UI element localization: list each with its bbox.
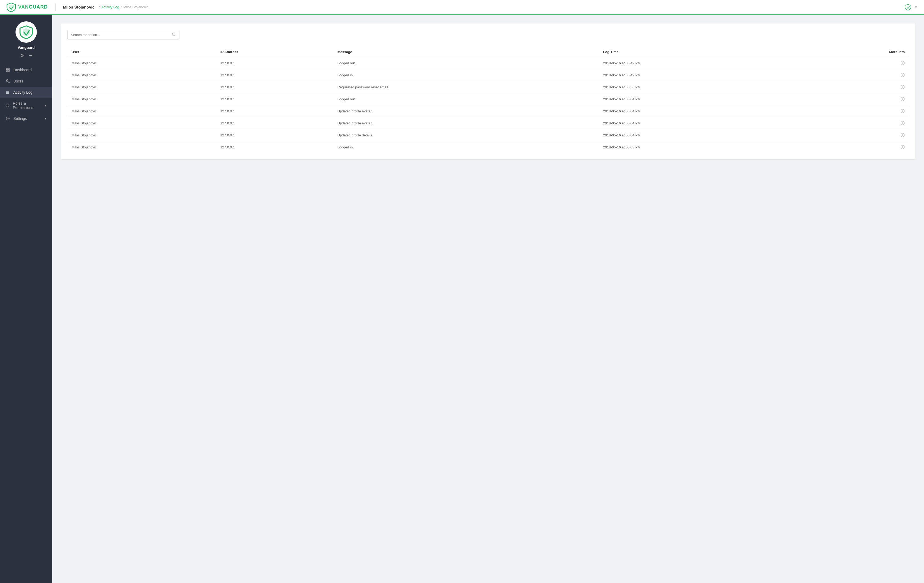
table-row: Milos Stojanovic 127.0.0.1 Updated profi… [67,105,909,117]
sidebar: Vanguard ⚙ ➜ Dashboard Users [0,15,52,583]
svg-rect-3 [8,70,9,72]
svg-rect-1 [8,68,9,70]
avatar-icon [19,25,33,39]
top-nav-shield-icon[interactable] [904,3,912,12]
table-row: Milos Stojanovic 127.0.0.1 Requested pas… [67,81,909,93]
table-body: Milos Stojanovic 127.0.0.1 Logged out. 2… [67,57,909,153]
svg-rect-2 [6,70,7,72]
table-header-row: User IP Address Message Log Time More In… [67,47,909,57]
dashboard-icon [5,68,10,72]
info-icon-7[interactable] [807,145,905,149]
search-icon[interactable] [172,32,176,37]
search-bar[interactable] [67,30,180,40]
cell-ip-3: 127.0.0.1 [216,93,333,105]
info-svg-icon [901,85,905,89]
cell-moreinfo-6 [802,129,909,141]
info-svg-icon [901,133,905,137]
col-header-user: User [67,47,216,57]
sidebar-item-dashboard-label: Dashboard [13,68,32,72]
cell-message-0: Logged out. [333,57,599,69]
breadcrumb-separator1: / [99,5,100,9]
nav-divider [55,3,56,11]
cell-user-7: Milos Stojanovic [67,141,216,153]
info-icon-2[interactable] [807,85,905,89]
col-header-ip: IP Address [216,47,333,57]
cell-message-7: Logged in. [333,141,599,153]
main-layout: Vanguard ⚙ ➜ Dashboard Users [0,15,924,583]
table-row: Milos Stojanovic 127.0.0.1 Updated profi… [67,117,909,129]
cell-user-3: Milos Stojanovic [67,93,216,105]
roles-icon [5,103,10,108]
cell-logtime-2: 2018-05-16 at 05:36 PM [599,81,802,93]
brand-logo-icon [7,2,16,12]
cell-logtime-1: 2018-05-16 at 05:49 PM [599,69,802,81]
cell-moreinfo-5 [802,117,909,129]
top-nav: VANGUARD Milos Stojanovic / Activity Log… [0,0,924,15]
cell-moreinfo-0 [802,57,909,69]
col-header-message: Message [333,47,599,57]
cell-moreinfo-7 [802,141,909,153]
col-header-moreinfo: More Info [802,47,909,57]
table-row: Milos Stojanovic 127.0.0.1 Updated profi… [67,129,909,141]
cell-ip-6: 127.0.0.1 [216,129,333,141]
sidebar-nav: Dashboard Users Activity Log [0,64,52,124]
settings-nav-icon [5,116,10,121]
cell-message-1: Logged in. [333,69,599,81]
cell-moreinfo-2 [802,81,909,93]
cell-ip-5: 127.0.0.1 [216,117,333,129]
activity-log-icon [5,90,10,95]
top-nav-dropdown-icon[interactable]: ▼ [914,5,917,9]
brand-name: VANGUARD [18,4,48,10]
info-icon-3[interactable] [807,97,905,101]
cell-user-2: Milos Stojanovic [67,81,216,93]
cell-moreinfo-4 [802,105,909,117]
cell-message-5: Updated profile avatar. [333,117,599,129]
breadcrumb-current: Milos Stojanovic [124,5,148,9]
logout-icon[interactable]: ➜ [29,53,32,58]
users-icon [5,79,10,84]
info-icon-5[interactable] [807,121,905,125]
avatar [15,21,37,43]
sidebar-item-users[interactable]: Users [0,76,52,87]
svg-line-12 [175,35,175,36]
sidebar-item-activity-log[interactable]: Activity Log [0,87,52,98]
table-row: Milos Stojanovic 127.0.0.1 Logged out. 2… [67,93,909,105]
sidebar-item-settings[interactable]: Settings ▼ [0,113,52,124]
cell-ip-4: 127.0.0.1 [216,105,333,117]
svg-point-4 [7,79,8,81]
breadcrumb: / Activity Log / Milos Stojanovic [99,5,148,9]
cell-user-0: Milos Stojanovic [67,57,216,69]
svg-point-11 [172,33,175,36]
svg-point-9 [7,105,8,106]
cell-user-1: Milos Stojanovic [67,69,216,81]
cell-user-6: Milos Stojanovic [67,129,216,141]
shield-icon [905,4,911,10]
activity-log-card: User IP Address Message Log Time More In… [61,23,916,159]
info-svg-icon [901,145,905,149]
settings-icon[interactable]: ⚙ [20,53,24,58]
cell-ip-0: 127.0.0.1 [216,57,333,69]
sidebar-item-roles-label: Roles & Permissions [13,101,41,110]
main-content: User IP Address Message Log Time More In… [52,15,924,583]
users-svg-icon [6,79,10,83]
sidebar-item-roles-permissions[interactable]: Roles & Permissions ▼ [0,98,52,113]
sidebar-user-name: Vanguard [18,45,35,49]
breadcrumb-separator2: / [121,5,122,9]
info-icon-6[interactable] [807,133,905,137]
info-icon-0[interactable] [807,61,905,65]
info-svg-icon [901,97,905,101]
table-row: Milos Stojanovic 127.0.0.1 Logged in. 20… [67,69,909,81]
nav-left: VANGUARD Milos Stojanovic / Activity Log… [7,2,148,12]
cell-message-3: Logged out. [333,93,599,105]
search-input[interactable] [71,33,172,37]
info-svg-icon [901,121,905,125]
activity-log-table: User IP Address Message Log Time More In… [67,47,909,153]
svg-point-5 [8,80,9,81]
info-icon-4[interactable] [807,109,905,113]
breadcrumb-activity-log[interactable]: Activity Log [101,5,119,9]
cell-message-4: Updated profile avatar. [333,105,599,117]
info-icon-1[interactable] [807,73,905,77]
svg-rect-0 [6,68,7,70]
sidebar-item-dashboard[interactable]: Dashboard [0,64,52,76]
table-header: User IP Address Message Log Time More In… [67,47,909,57]
